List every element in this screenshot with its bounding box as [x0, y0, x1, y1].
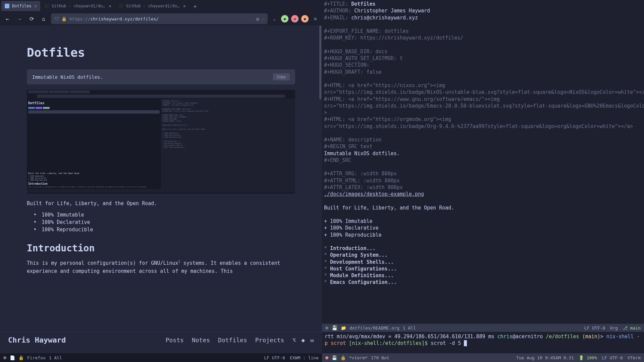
- shield-icon: 🛡: [54, 16, 59, 21]
- save-icon: 💾: [332, 355, 337, 360]
- encoding: LF UTF-8: [264, 355, 285, 360]
- favicon-icon: [5, 4, 9, 8]
- menu-icon[interactable]: ≡: [311, 15, 319, 23]
- nav-link-notes[interactable]: Notes: [192, 337, 210, 344]
- github-icon[interactable]: ⌥: [292, 337, 296, 344]
- org-buffer[interactable]: #+TITLE: Dotfiles #+AUTHOR: Christopher …: [322, 0, 644, 323]
- page-title: Dotfiles: [27, 46, 295, 59]
- back-button[interactable]: ←: [3, 14, 12, 23]
- nav-link-projects[interactable]: Projects: [255, 337, 284, 344]
- git-branch: ⎇ main: [623, 325, 641, 330]
- status-dot-icon: [3, 356, 6, 359]
- status-dot-icon: [325, 326, 328, 329]
- vterm-modeline: 💾 🔒 *vterm* 170 Bot Tue Aug 10 9:45AM 0.…: [322, 353, 644, 362]
- buffer-name: *vterm*: [349, 355, 368, 360]
- close-icon[interactable]: ×: [34, 3, 37, 9]
- firefox-chrome: Dotfiles × GitHub - chayward1/dotf × Git…: [0, 0, 322, 25]
- extension-icon[interactable]: ●: [281, 15, 288, 22]
- org-modeline: 💾 📁 dotfiles/README.org 1 All LF UTF-8 O…: [322, 323, 644, 332]
- feature-list: 100% Immutable 100% Declarative 100% Rep…: [34, 212, 295, 233]
- nav-link-dotfiles[interactable]: Dotfiles: [218, 337, 247, 344]
- forward-button[interactable]: →: [15, 14, 24, 23]
- reload-button[interactable]: ⟳: [27, 14, 36, 23]
- code-text: Immutable NixOS dotfiles.: [32, 74, 103, 80]
- major-mode: EXWM : line: [290, 355, 319, 360]
- reader-icon[interactable]: ▤: [256, 16, 259, 21]
- page-content: Dotfiles Immutable NixOS dotfiles. Copy …: [0, 25, 322, 362]
- section-heading: Introduction: [27, 243, 295, 254]
- close-icon[interactable]: ×: [183, 3, 186, 9]
- ublock-icon[interactable]: u: [291, 15, 299, 22]
- encoding: LF UTF-8: [602, 355, 623, 360]
- close-icon[interactable]: ×: [109, 3, 111, 9]
- major-mode: VTerm: [628, 355, 641, 360]
- gitlab-icon[interactable]: ◆: [301, 337, 305, 344]
- favicon-icon: [44, 4, 49, 8]
- nav-link-posts[interactable]: Posts: [166, 337, 184, 344]
- buffer-name: dotfiles/README.org: [350, 325, 399, 330]
- exwm-modeline: 📄 🔒 Firefox 1 All LF UTF-8 EXWM : line: [0, 353, 322, 362]
- code-block: Immutable NixOS dotfiles. Copy: [27, 69, 295, 84]
- url-bar[interactable]: 🛡 🔒 https://chrishayward.xyz/dotfiles/ ▤…: [51, 13, 268, 24]
- status-dot-icon: [325, 356, 328, 359]
- position: 1 All: [49, 355, 62, 360]
- scrollbar[interactable]: [319, 25, 322, 337]
- copy-button[interactable]: Copy: [273, 73, 290, 80]
- battery-icon: 🔋 100%: [579, 355, 597, 360]
- nav-bar: ← → ⟳ ⌂ 🛡 🔒 https://chrishayward.xyz/dot…: [0, 12, 322, 25]
- lock-icon: 🔒: [61, 16, 67, 21]
- email-icon[interactable]: ✉: [310, 337, 314, 344]
- scrollbar-thumb[interactable]: [319, 25, 321, 99]
- folder-icon: 📁: [341, 325, 346, 330]
- site-nav: Chris Hayward Posts Notes Dotfiles Proje…: [0, 332, 322, 348]
- list-item: 100% Declarative: [34, 219, 295, 225]
- save-icon: 📄: [10, 355, 15, 360]
- list-item: 100% Reproducible: [34, 227, 295, 233]
- tab-title: Dotfiles: [12, 4, 32, 8]
- browser-tab-2[interactable]: GitHub - chayward1/dotf ×: [115, 1, 189, 11]
- home-button[interactable]: ⌂: [39, 14, 48, 23]
- clock: Tue Aug 10 9:45AM 0.31: [516, 355, 574, 360]
- tab-title: GitHub - chayward1/dotf: [52, 4, 106, 8]
- new-tab-button[interactable]: +: [190, 3, 200, 10]
- screenshot-image: Dotfiles Built for Life, Liberty, and th…: [27, 90, 295, 194]
- lock-icon: 🔒: [18, 355, 24, 360]
- position: 170 Bot: [371, 355, 389, 360]
- encoding: LF UTF-8: [584, 325, 605, 330]
- brand[interactable]: Chris Hayward: [8, 336, 66, 344]
- save-icon: 💾: [332, 325, 337, 330]
- favicon-icon: [119, 4, 123, 8]
- position: 1 All: [403, 325, 416, 330]
- intro-text: This is my personal configuration(s) for…: [27, 259, 295, 275]
- browser-tab-1[interactable]: GitHub - chayward1/dotf ×: [41, 1, 115, 11]
- extension-icon[interactable]: ●: [301, 15, 309, 22]
- tab-title: GitHub - chayward1/dotf: [126, 4, 180, 8]
- browser-tab-0[interactable]: Dotfiles ×: [1, 1, 40, 11]
- url-text: https://chrishayward.xyz/dotfiles/: [69, 16, 254, 21]
- lock-icon: 🔒: [340, 355, 346, 360]
- tab-bar: Dotfiles × GitHub - chayward1/dotf × Git…: [0, 0, 322, 12]
- tagline: Built for Life, Liberty, and the Open Ro…: [27, 200, 295, 206]
- pocket-icon[interactable]: ⌄: [270, 15, 278, 23]
- list-item: 100% Immutable: [34, 212, 295, 218]
- major-mode: Org: [610, 325, 618, 330]
- buffer-name: Firefox: [27, 355, 46, 360]
- bookmark-star-icon[interactable]: ☆: [262, 16, 264, 21]
